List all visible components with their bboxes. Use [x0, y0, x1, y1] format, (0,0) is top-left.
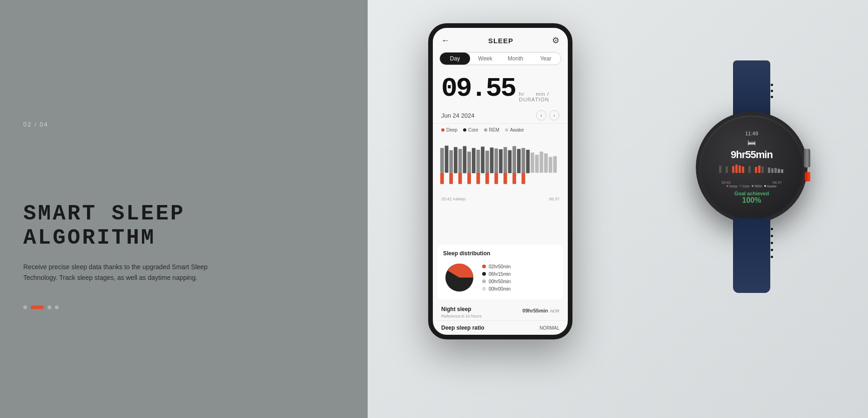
tab-month[interactable]: Month: [500, 53, 531, 65]
svg-rect-25: [485, 173, 489, 184]
dot-1[interactable]: [23, 305, 27, 309]
night-sleep-ref: Reference:6-10 hours: [441, 314, 482, 318]
dist-deep-label: 02hr50min: [489, 264, 511, 269]
dist-awake-dot: [482, 287, 486, 291]
svg-rect-43: [739, 166, 741, 173]
svg-rect-39: [726, 166, 728, 173]
deep-sleep-status: NORMAL: [539, 325, 559, 331]
svg-rect-37: [719, 166, 721, 173]
svg-rect-23: [467, 173, 471, 184]
smartwatch: 11:49 🛏 9hr55min: [663, 84, 840, 279]
dot-4[interactable]: [55, 305, 59, 309]
band-holes-bottom: [771, 228, 773, 258]
dist-rem-dot: [482, 279, 486, 283]
svg-rect-50: [761, 166, 764, 173]
settings-icon[interactable]: ⚙: [552, 35, 559, 46]
watch-time-start: 20:42: [721, 180, 731, 185]
dist-title: Sleep distribution: [443, 250, 558, 257]
svg-rect-9: [481, 146, 484, 173]
svg-rect-53: [771, 168, 774, 173]
watch-awake-dot: [764, 185, 766, 187]
watch-core-dot: [740, 185, 741, 187]
svg-rect-34: [549, 157, 552, 173]
watch-legend: Deep Core REM Awake: [727, 185, 776, 188]
svg-rect-41: [732, 166, 734, 173]
svg-rect-46: [748, 166, 751, 173]
svg-rect-55: [778, 169, 780, 173]
dist-deep-dot: [482, 265, 486, 268]
svg-rect-10: [485, 151, 489, 173]
watch-screen-content: 11:49 🛏 9hr55min: [700, 126, 804, 209]
core-dot: [463, 128, 466, 132]
band-hole-5: [771, 235, 773, 237]
watch-band-bottom: [733, 219, 770, 293]
svg-rect-44: [742, 166, 744, 173]
dot-navigation: [23, 305, 344, 309]
svg-rect-22: [458, 173, 462, 184]
watch-rem-label: REM: [754, 185, 762, 188]
pie-chart: [443, 261, 476, 294]
svg-rect-11: [490, 147, 494, 173]
night-sleep-right: 09hr55min NOR: [523, 306, 559, 314]
legend-deep: Deep: [441, 127, 458, 133]
svg-rect-16: [512, 146, 516, 173]
svg-rect-54: [774, 168, 777, 173]
prev-arrow[interactable]: ‹: [536, 110, 546, 120]
svg-rect-19: [526, 150, 530, 173]
sleep-chart: [439, 138, 561, 194]
deep-dot: [441, 128, 444, 132]
dot-3[interactable]: [47, 305, 51, 309]
watch-deep-dot: [727, 185, 728, 187]
svg-rect-4: [458, 149, 462, 173]
date-text: Jun 24 2024: [441, 112, 475, 119]
legend-rem: REM: [484, 127, 499, 133]
band-hole-3: [771, 96, 773, 98]
rem-label: REM: [489, 127, 499, 133]
dist-core-label: 06hr15min: [489, 272, 511, 277]
watch-legend-awake: Awake: [764, 185, 777, 188]
svg-rect-2: [449, 150, 453, 173]
dist-content: 02hr50min 06hr15min 00hr50min 00hr0: [443, 261, 558, 294]
svg-rect-8: [477, 150, 480, 173]
sleep-distribution: Sleep distribution 02hr50min: [437, 245, 563, 299]
phone-screen: ← SLEEP ⚙ Day Week Month Year 09.55 hr m…: [433, 28, 568, 335]
night-sleep-status: NOR: [550, 309, 559, 313]
tab-week[interactable]: Week: [470, 53, 500, 65]
chart-time-end: 06:37: [549, 197, 559, 201]
svg-rect-12: [494, 148, 498, 173]
svg-rect-14: [504, 147, 507, 173]
svg-rect-3: [454, 147, 458, 173]
main-title: SMART SLEEP ALGORITHM: [23, 202, 344, 251]
band-hole-2: [771, 90, 773, 92]
back-arrow-icon[interactable]: ←: [441, 36, 450, 46]
band-hole-8: [771, 256, 773, 258]
dist-awake-label: 00hr00min: [489, 286, 511, 292]
screen-title: SLEEP: [488, 37, 513, 45]
deep-sleep-title: Deep sleep ratio: [441, 325, 484, 331]
next-arrow[interactable]: ›: [549, 110, 559, 120]
nav-arrows: ‹ ›: [536, 110, 559, 120]
band-hole-6: [771, 242, 773, 244]
watch-face: 11:49 🛏 9hr55min: [696, 112, 807, 223]
svg-rect-27: [504, 173, 507, 184]
svg-rect-52: [768, 167, 770, 173]
svg-rect-17: [517, 149, 521, 173]
svg-rect-51: [765, 165, 767, 173]
night-sleep-left: Night sleep Reference:6-10 hours: [441, 306, 482, 318]
svg-rect-49: [758, 166, 760, 173]
tab-day[interactable]: Day: [440, 53, 470, 65]
core-label: Core: [468, 127, 478, 133]
duration-label: hr min / DURATION: [519, 91, 559, 102]
watch-goal-pct: 100%: [742, 196, 761, 205]
date-row: Jun 24 2024 ‹ ›: [433, 106, 568, 124]
chart-legend: Deep Core REM Awake: [433, 124, 568, 136]
svg-rect-15: [508, 150, 511, 173]
tab-year[interactable]: Year: [531, 53, 561, 65]
night-sleep-value: 09hr55min: [523, 308, 548, 313]
phone-header: ← SLEEP ⚙: [433, 28, 568, 49]
dot-2-active[interactable]: [31, 305, 44, 309]
dist-core-dot: [482, 272, 486, 276]
chart-time-row: 20:42 Asleep 06:37: [439, 196, 561, 202]
svg-rect-0: [440, 148, 444, 173]
band-hole-1: [771, 84, 773, 86]
